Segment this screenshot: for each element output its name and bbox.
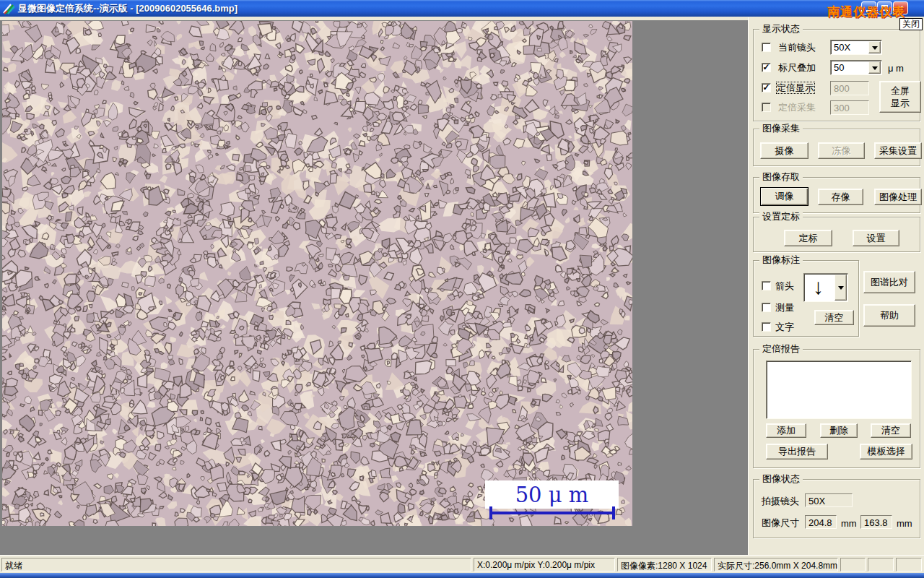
group-annotation-title: 图像标注 xyxy=(759,254,803,266)
status-bar: 就绪 X:0.200μ m/pix Y:0.200μ m/pix 图像像素:12… xyxy=(0,555,924,573)
chevron-down-icon[interactable] xyxy=(834,275,847,301)
report-template-button[interactable]: 模板选择 xyxy=(860,444,912,460)
control-panel: 显示状态 当前镜头 50X 标尺叠加 50 μ m 定倍显示 定倍采 xyxy=(748,17,924,555)
group-display-status: 显示状态 当前镜头 50X 标尺叠加 50 μ m 定倍显示 定倍采 xyxy=(753,29,920,121)
group-image-status-title: 图像状态 xyxy=(759,473,803,485)
calibrate-button[interactable]: 定标 xyxy=(784,230,832,246)
image-process-button[interactable]: 图像处理 xyxy=(874,189,922,205)
arrow-style-select[interactable]: ↓ xyxy=(803,273,848,302)
fixed-display-label: 定倍显示 xyxy=(777,82,814,93)
text-checkbox[interactable] xyxy=(762,322,771,332)
triangle-icon xyxy=(838,286,844,290)
fullscreen-button[interactable]: 全屏显示 xyxy=(879,81,921,113)
group-image-storage: 图像存取 调像 存像 图像处理 xyxy=(753,177,920,213)
window-title: 显微图像定倍系统--演示版 - [20090602055646.bmp] xyxy=(18,2,237,15)
window-bottom-border xyxy=(0,573,924,578)
height-value-field: 163.8 xyxy=(860,515,892,529)
annotation-clear-button[interactable]: 清空 xyxy=(814,310,854,325)
group-report-title: 定倍报告 xyxy=(759,343,803,355)
lens-value-field: 50X xyxy=(805,493,853,507)
status-resolution: X:0.200μ m/pix Y:0.200μ m/pix xyxy=(474,558,615,571)
load-image-button[interactable]: 调像 xyxy=(760,187,808,206)
text-label: 文字 xyxy=(775,322,794,332)
help-button[interactable]: 帮助 xyxy=(863,304,915,327)
atlas-compare-button[interactable]: 图谱比对 xyxy=(863,271,915,293)
current-lens-checkbox[interactable] xyxy=(762,43,771,52)
height-unit-label: mm xyxy=(897,518,912,529)
group-calibration-title: 设置定标 xyxy=(759,211,803,223)
report-listbox[interactable] xyxy=(766,361,912,419)
scalebar-line xyxy=(489,512,615,514)
width-value-field: 204.8 xyxy=(805,515,837,529)
status-pixels: 图像像素:1280 X 1024 xyxy=(617,558,712,571)
report-export-button[interactable]: 导出报告 xyxy=(766,444,828,460)
chevron-down-icon[interactable] xyxy=(868,61,881,74)
fixed-capture-label: 定倍采集 xyxy=(778,102,816,113)
current-lens-value: 50X xyxy=(834,42,850,53)
measure-label: 测量 xyxy=(775,302,794,313)
report-delete-button[interactable]: 删除 xyxy=(820,423,858,438)
micrograph-image[interactable] xyxy=(2,21,632,526)
status-spare-2 xyxy=(868,558,894,571)
brand-overlay-text: 南通仪器仪表 xyxy=(827,4,905,20)
micrograph-viewport[interactable]: 50 μ m xyxy=(2,21,632,526)
fixed-capture-input xyxy=(830,100,869,115)
save-image-button[interactable]: 存像 xyxy=(818,189,863,205)
fixed-display-checkbox[interactable] xyxy=(762,83,771,92)
title-bar: 显微图像定倍系统--演示版 - [20090602055646.bmp] ✕ 南… xyxy=(0,0,924,17)
ruler-overlay-checkbox[interactable] xyxy=(762,63,771,72)
group-report: 定倍报告 添加 删除 清空 导出报告 模板选择 xyxy=(753,349,920,468)
status-ready: 就绪 xyxy=(1,558,471,571)
width-unit-label: mm xyxy=(841,518,857,529)
scalebar-text: 50 μ m xyxy=(515,483,589,507)
scalebar-tick-left xyxy=(489,506,492,519)
freeze-button: 冻像 xyxy=(818,142,865,159)
capture-button[interactable]: 摄像 xyxy=(760,142,808,159)
ruler-unit-label: μ m xyxy=(888,63,904,74)
current-lens-label: 当前镜头 xyxy=(778,42,816,53)
app-icon xyxy=(2,3,15,14)
group-image-capture-title: 图像采集 xyxy=(759,123,803,134)
ruler-overlay-label: 标尺叠加 xyxy=(778,62,816,73)
lens-label: 拍摄镜头 xyxy=(762,496,799,506)
arrow-checkbox[interactable] xyxy=(762,281,771,290)
triangle-icon xyxy=(872,66,878,70)
scalebar-label-box: 50 μ m xyxy=(485,480,619,509)
measure-checkbox[interactable] xyxy=(762,303,771,312)
ruler-value-select[interactable]: 50 xyxy=(830,60,882,75)
size-label: 图像尺寸 xyxy=(762,517,799,528)
capture-settings-button[interactable]: 采集设置 xyxy=(874,142,922,159)
app-window: 显微图像定倍系统--演示版 - [20090602055646.bmp] ✕ 南… xyxy=(0,0,924,578)
group-display-status-title: 显示状态 xyxy=(759,23,803,35)
current-lens-select[interactable]: 50X xyxy=(830,40,882,55)
scalebar-tick-right xyxy=(612,506,615,519)
report-clear-button[interactable]: 清空 xyxy=(871,423,911,438)
close-tooltip: 关闭 xyxy=(899,18,923,30)
arrow-label: 箭头 xyxy=(775,280,794,291)
fixed-display-input xyxy=(830,81,869,95)
group-image-capture: 图像采集 摄像 冻像 采集设置 xyxy=(753,129,920,166)
report-add-button[interactable]: 添加 xyxy=(766,423,806,438)
group-image-storage-title: 图像存取 xyxy=(759,171,803,183)
group-image-status: 图像状态 拍摄镜头 50X 图像尺寸 204.8 mm 163.8 mm xyxy=(753,479,920,538)
ruler-value: 50 xyxy=(834,62,844,73)
group-calibration: 设置定标 定标 设置 xyxy=(753,217,920,252)
setup-button[interactable]: 设置 xyxy=(853,230,899,246)
status-actual-size: 实际尺寸:256.0mm X 204.8mm xyxy=(714,558,838,571)
chevron-down-icon[interactable] xyxy=(868,41,881,53)
triangle-icon xyxy=(872,46,878,50)
status-spare-1 xyxy=(840,558,866,571)
group-annotation: 图像标注 箭头 测量 文字 ↓ 清空 xyxy=(753,260,859,337)
client-area: 50 μ m 显示状态 当前镜头 50X 标尺叠加 50 xyxy=(0,17,924,555)
down-arrow-icon: ↓ xyxy=(813,275,824,299)
fixed-capture-checkbox xyxy=(762,103,771,112)
status-spare-3 xyxy=(896,558,922,571)
